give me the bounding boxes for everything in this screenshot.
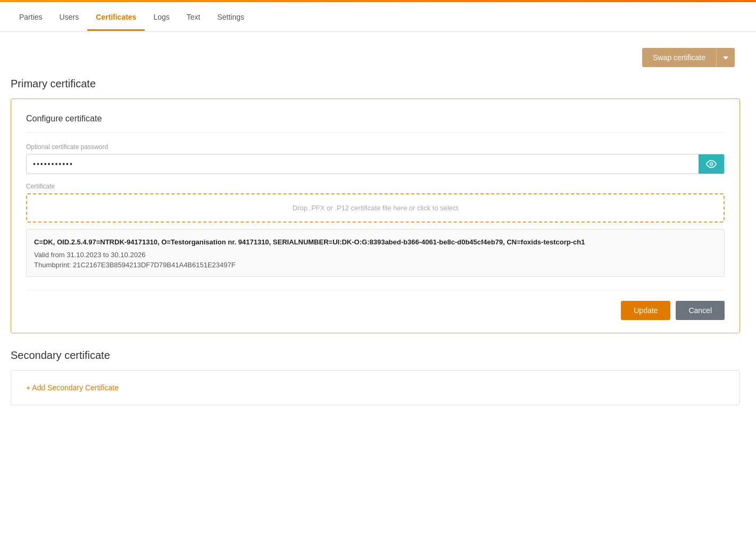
eye-icon: [706, 159, 717, 169]
password-input-wrapper: [26, 154, 725, 174]
secondary-certificate-card: + Add Secondary Certificate: [11, 370, 740, 405]
certificate-form-group: Certificate Drop .PFX or .P12 certificat…: [26, 183, 725, 277]
card-footer: Update Cancel: [26, 290, 725, 320]
svg-point-0: [710, 163, 713, 166]
toggle-password-button[interactable]: [699, 154, 724, 174]
configure-certificate-title: Configure certificate: [26, 114, 725, 133]
nav-item-logs[interactable]: Logs: [145, 3, 178, 31]
swap-certificate-group: Swap certificate: [642, 48, 735, 67]
cert-thumbprint: Thumbprint: 21C2167E3B8594213DF7D79B41A4…: [34, 261, 717, 269]
certificate-label: Certificate: [26, 183, 725, 190]
nav-item-settings[interactable]: Settings: [209, 3, 253, 31]
password-input[interactable]: [27, 154, 699, 174]
nav-item-parties[interactable]: Parties: [11, 3, 51, 31]
cert-distinguished-name: C=DK, OID.2.5.4.97=NTRDK-94171310, O=Tes…: [34, 237, 717, 248]
cancel-button[interactable]: Cancel: [676, 301, 725, 320]
toolbar: Swap certificate: [11, 48, 740, 67]
chevron-down-icon: [723, 56, 728, 60]
swap-certificate-dropdown[interactable]: [716, 48, 735, 67]
main-content: Swap certificate Primary certificate Con…: [0, 32, 756, 421]
swap-certificate-button[interactable]: Swap certificate: [642, 48, 716, 67]
primary-certificate-title: Primary certificate: [11, 78, 740, 90]
main-nav: Parties Users Certificates Logs Text Set…: [0, 2, 756, 32]
nav-item-text[interactable]: Text: [178, 3, 209, 31]
nav-item-certificates[interactable]: Certificates: [87, 3, 145, 31]
certificate-info: C=DK, OID.2.5.4.97=NTRDK-94171310, O=Tes…: [26, 229, 725, 277]
certificate-dropzone[interactable]: Drop .PFX or .P12 certificate file here …: [26, 193, 725, 223]
secondary-certificate-title: Secondary certificate: [11, 349, 740, 362]
primary-certificate-card: Configure certificate Optional certifica…: [11, 99, 740, 333]
password-form-group: Optional certificate password: [26, 143, 725, 174]
nav-item-users[interactable]: Users: [51, 3, 88, 31]
update-button[interactable]: Update: [621, 301, 670, 320]
add-secondary-certificate-button[interactable]: + Add Secondary Certificate: [26, 383, 119, 392]
password-label: Optional certificate password: [26, 143, 725, 151]
cert-validity: Valid from 31.10.2023 to 30.10.2026: [34, 251, 717, 259]
